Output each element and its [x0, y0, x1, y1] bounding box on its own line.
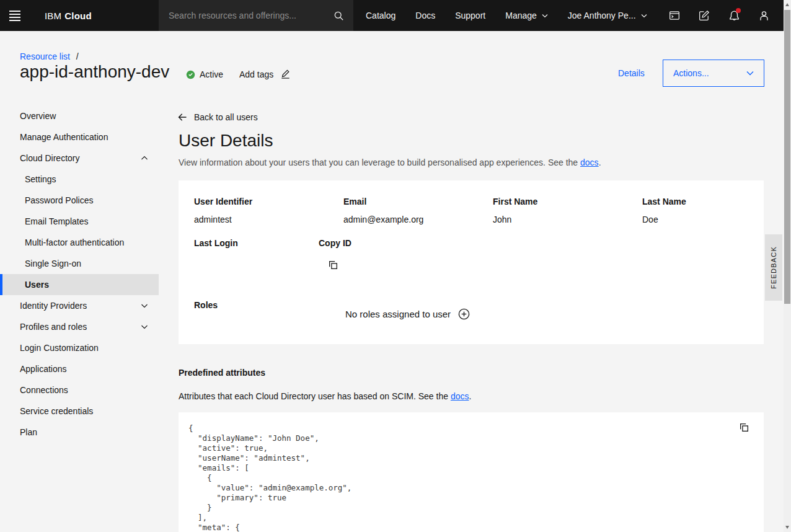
nav-docs[interactable]: Docs: [405, 0, 445, 31]
nav-support[interactable]: Support: [445, 0, 495, 31]
service-sidebar: Overview Manage Authentication Cloud Dir…: [0, 105, 159, 443]
user-info-card: User Identifier admintest Email admin@ex…: [179, 180, 764, 344]
add-tags-label: Add tags: [239, 69, 273, 79]
docs-link[interactable]: docs: [451, 391, 469, 401]
actions-dropdown[interactable]: Actions...: [663, 60, 764, 87]
actions-label: Actions...: [673, 68, 709, 78]
notification-dot: [736, 8, 741, 13]
ibm-cloud-logo[interactable]: IBM Cloud: [30, 0, 159, 31]
chevron-down-icon: [641, 14, 647, 18]
code-lines: { "displayName": "John Doe", "active": t…: [188, 423, 351, 532]
sidebar-item-multi-factor-authentication[interactable]: Multi-factor authentication: [0, 232, 159, 253]
arrow-left-icon: [177, 112, 187, 122]
status-badge-label: Active: [200, 69, 223, 79]
sidebar-item-profiles-and-roles[interactable]: Profiles and roles: [0, 316, 159, 337]
user-fields: User Identifier admintest Email admin@ex…: [194, 197, 791, 224]
chevron-down-icon: [746, 71, 754, 76]
sidebar-item-overview[interactable]: Overview: [0, 105, 159, 126]
breadcrumb-separator: /: [76, 51, 79, 61]
active-check-icon: [186, 70, 195, 79]
roles-empty-text: No roles assigned to user: [345, 309, 451, 319]
header-nav: Catalog Docs Support Manage Joe Anthony …: [353, 0, 660, 31]
sidebar-item-email-templates[interactable]: Email Templates: [0, 211, 159, 232]
copy-id-button[interactable]: [325, 257, 340, 272]
scrollbar-thumb[interactable]: [784, 10, 790, 304]
global-search: [159, 0, 353, 31]
back-link-label: Back to all users: [194, 112, 258, 122]
sidebar-item-connections[interactable]: Connections: [0, 379, 159, 401]
code-line: }: [188, 503, 351, 513]
details-link[interactable]: Details: [618, 68, 645, 78]
scrollbar-up-arrow[interactable]: [785, 3, 789, 6]
sidebar-item-applications[interactable]: Applications: [0, 358, 159, 379]
top-navigation-bar: IBM Cloud Catalog Docs Support Manage Jo…: [0, 0, 784, 31]
breadcrumb-resource-list-link[interactable]: Resource list: [20, 51, 70, 61]
chevron-down-icon: [139, 322, 149, 332]
code-line: "userName": "admintest",: [188, 453, 351, 463]
cloud-shell-icon[interactable]: [660, 0, 689, 31]
code-line: "emails": [: [188, 463, 351, 473]
scim-attributes-code-block: { "displayName": "John Doe", "active": t…: [179, 412, 764, 532]
predefined-attributes-heading: Predefined attributes: [179, 368, 265, 378]
field-first-name: First Name John: [493, 197, 642, 224]
code-line: "meta": {: [188, 523, 351, 532]
plus-circle-icon: [458, 308, 470, 320]
code-line: "active": true,: [188, 443, 351, 453]
copy-id-label: Copy ID: [319, 238, 351, 248]
code-line: {: [188, 423, 351, 433]
code-line: {: [188, 473, 351, 483]
nav-catalog[interactable]: Catalog: [356, 0, 405, 31]
status-badge: Active: [186, 69, 223, 79]
sidebar-item-settings[interactable]: Settings: [0, 169, 159, 190]
chevron-down-icon: [139, 301, 149, 311]
sidebar-item-login-customization[interactable]: Login Customization: [0, 337, 159, 358]
search-icon[interactable]: [324, 0, 353, 31]
edit-feedback-icon[interactable]: [689, 0, 719, 31]
user-details-description: View information about your users that y…: [179, 157, 601, 167]
chevron-down-icon: [542, 14, 548, 18]
predefined-attributes-description: Attributes that each Cloud Directory use…: [179, 391, 471, 401]
sidebar-item-password-polices[interactable]: Password Polices: [0, 190, 159, 211]
user-details-heading: User Details: [179, 131, 273, 151]
sidebar-item-manage-authentication[interactable]: Manage Authentication: [0, 126, 159, 148]
user-avatar-icon[interactable]: [749, 0, 779, 31]
header-icon-group: [660, 0, 784, 31]
code-line: "primary": true: [188, 493, 351, 503]
scrollbar-down-arrow[interactable]: [785, 526, 789, 529]
vertical-scrollbar[interactable]: [784, 0, 791, 532]
hamburger-menu-icon[interactable]: [0, 0, 30, 31]
brand-cloud: Cloud: [64, 11, 92, 21]
edit-pencil-icon: [280, 69, 291, 79]
breadcrumb: Resource list /: [20, 51, 79, 61]
notifications-bell-icon[interactable]: [719, 0, 749, 31]
search-input[interactable]: [159, 11, 324, 20]
nav-manage[interactable]: Manage: [495, 0, 558, 31]
feedback-tab-label: FEEDBACK: [770, 246, 777, 289]
code-line: ],: [188, 513, 351, 523]
last-login-label: Last Login: [194, 238, 238, 248]
copy-icon: [328, 260, 338, 270]
chevron-up-icon: [139, 153, 149, 163]
code-line: "displayName": "John Doe",: [188, 433, 351, 443]
sidebar-item-plan[interactable]: Plan: [0, 422, 159, 443]
nav-account-user[interactable]: Joe Anthony Pe...: [558, 0, 657, 31]
field-user-identifier: User Identifier admintest: [194, 197, 343, 224]
sidebar-item-single-sign-on[interactable]: Single Sign-on: [0, 253, 159, 274]
brand-ibm: IBM: [45, 11, 61, 21]
page-title: app-id-anthony-dev: [20, 62, 169, 82]
sidebar-item-service-credentials[interactable]: Service credentials: [0, 401, 159, 422]
field-last-name: Last Name Doe: [642, 197, 791, 224]
code-line: "value": "admin@example.org",: [188, 483, 351, 493]
sidebar-item-cloud-directory[interactable]: Cloud Directory: [0, 148, 159, 169]
back-to-all-users-link[interactable]: Back to all users: [177, 112, 258, 122]
sidebar-item-identity-providers[interactable]: Identity Providers: [0, 295, 159, 316]
roles-label: Roles: [194, 300, 218, 310]
add-tags-button[interactable]: Add tags: [239, 69, 291, 79]
feedback-tab[interactable]: FEEDBACK: [765, 234, 782, 301]
field-email: Email admin@example.org: [343, 197, 493, 224]
copy-icon: [739, 422, 749, 433]
sidebar-item-users[interactable]: Users: [0, 274, 159, 295]
add-role-button[interactable]: [457, 307, 471, 321]
copy-code-button[interactable]: [736, 420, 751, 435]
docs-link[interactable]: docs: [580, 157, 599, 167]
